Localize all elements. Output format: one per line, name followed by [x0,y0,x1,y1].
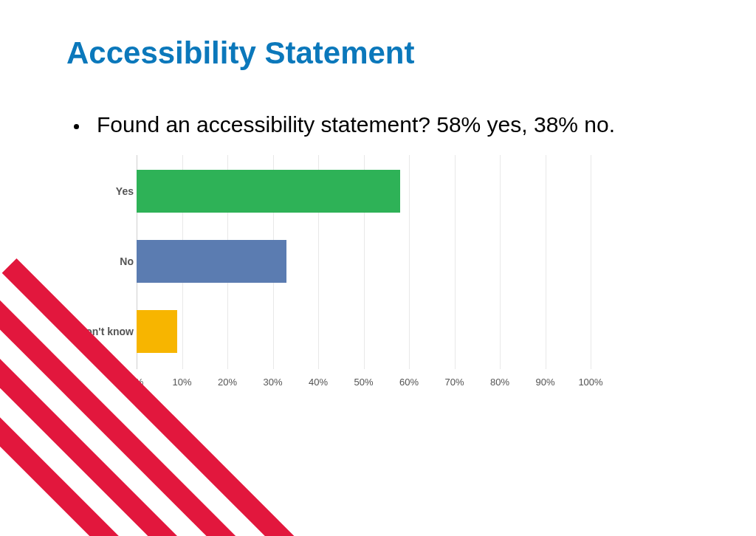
category-label: Yes [67,170,134,213]
gridline [409,155,410,369]
bullet-dot-icon [74,124,79,129]
tick-label: 90% [535,377,554,388]
decorative-stripes-icon [0,389,309,536]
gridline [455,155,456,369]
tick-label: 50% [354,377,373,388]
gridline [500,155,501,369]
tick-label: 60% [399,377,419,388]
bar-dont-know [137,310,177,353]
tick-label: 100% [578,377,602,388]
chart-plot-area [137,155,591,369]
tick-label: 30% [263,377,282,388]
bullet-item: Found an accessibility statement? 58% ye… [74,112,615,137]
slide-title: Accessibility Statement [66,35,415,71]
tick-label: 20% [218,377,237,388]
category-label: No [67,240,134,283]
bullet-text: Found an accessibility statement? 58% ye… [97,112,615,137]
gridline [546,155,546,369]
slide: Accessibility Statement Found an accessi… [0,0,756,536]
bar-no [137,240,286,283]
bar-yes [137,170,400,213]
tick-label: 70% [444,377,464,388]
bar-chart: Yes No Don't know 0% 10% 20% 30% 40% 5 [70,155,591,395]
tick-label: 40% [309,377,328,388]
gridline [591,155,591,369]
tick-label: 80% [490,377,509,388]
tick-label: 10% [172,377,191,388]
